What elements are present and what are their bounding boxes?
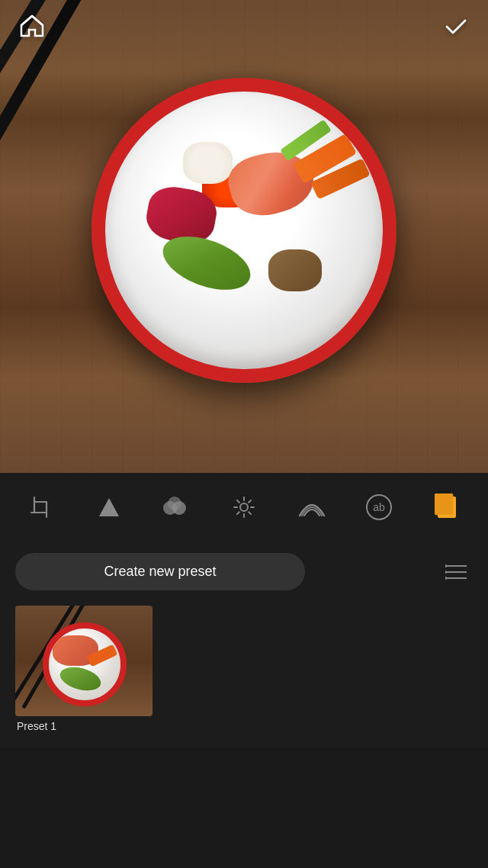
curve-tool[interactable] xyxy=(289,484,335,530)
light-tool[interactable] xyxy=(221,484,267,530)
adjust-tool[interactable] xyxy=(86,484,132,530)
bowl xyxy=(92,78,396,383)
crop-tool[interactable] xyxy=(18,484,64,530)
preset-grid: Preset 1 xyxy=(15,606,473,736)
svg-marker-4 xyxy=(99,498,119,516)
svg-line-15 xyxy=(249,500,251,503)
preset-item[interactable]: Preset 1 xyxy=(15,606,152,736)
presets-tool[interactable] xyxy=(424,484,470,530)
svg-point-26 xyxy=(445,577,447,580)
hsl-tool[interactable] xyxy=(153,484,199,530)
text-tool[interactable]: ab xyxy=(356,484,402,530)
presets-panel: Create new preset xyxy=(0,542,488,747)
svg-text:ab: ab xyxy=(373,501,385,513)
svg-point-24 xyxy=(445,564,447,567)
svg-line-13 xyxy=(237,500,239,503)
confirm-button[interactable] xyxy=(439,10,473,43)
svg-point-7 xyxy=(168,497,181,510)
svg-line-16 xyxy=(237,512,239,514)
photo-preview xyxy=(0,0,488,473)
preset-thumbnail xyxy=(15,606,152,716)
home-button[interactable] xyxy=(15,10,49,43)
top-navigation xyxy=(0,0,488,53)
create-preset-row: Create new preset xyxy=(15,553,473,590)
editing-toolbar: ab xyxy=(0,473,488,542)
svg-point-25 xyxy=(445,571,447,574)
create-preset-button[interactable]: Create new preset xyxy=(15,553,305,590)
svg-rect-20 xyxy=(435,493,453,515)
preset-label: Preset 1 xyxy=(15,716,152,736)
list-view-button[interactable] xyxy=(439,555,473,589)
svg-point-8 xyxy=(240,503,248,511)
svg-line-14 xyxy=(249,512,251,514)
